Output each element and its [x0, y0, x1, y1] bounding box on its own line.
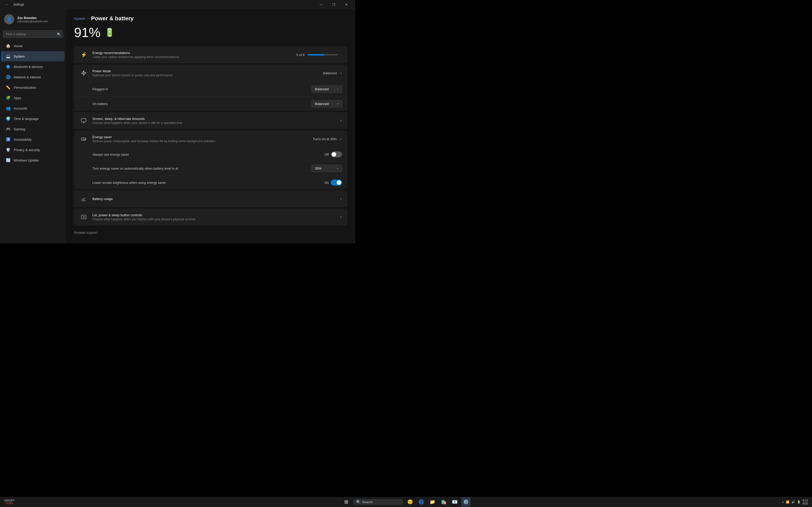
app-container: 👤 Zac Bowden zacinsider@outlook.com 🔍 🏠H… — [0, 9, 355, 243]
sleep-header[interactable]: Screen, sleep, & hibernate timeouts Choo… — [74, 112, 347, 129]
title-bar: ← Settings — ❐ ✕ — [0, 0, 355, 9]
title-bar-controls: — ❐ ✕ — [315, 0, 352, 9]
lid-power-header[interactable]: Lid, power & sleep button controls Choos… — [74, 208, 347, 226]
nav-icon-bluetooth: 🔷 — [6, 64, 11, 69]
nav-label-gaming: Gaming — [14, 127, 26, 131]
energy-saver-title: Energy saver — [92, 135, 215, 139]
user-name: Zac Bowden — [17, 16, 48, 20]
nav-icon-time: 🌍 — [6, 116, 11, 121]
auto-turn-on-dropdown[interactable]: 30% ∨ — [312, 165, 342, 172]
nav-label-home: Home — [14, 44, 22, 48]
on-battery-value: Balanced — [315, 102, 328, 106]
battery-display: 91% 🔋 — [74, 25, 347, 40]
card-header-right: 5 of 9 › — [296, 53, 342, 57]
nav-icon-accounts: 👥 — [6, 106, 11, 111]
card-header-left: Power Mode Optimize your device based on… — [79, 68, 173, 77]
card-header-left: Energy saver Reduce power consumption an… — [79, 134, 215, 144]
energy-recommendations-icon: ⚡ — [79, 50, 88, 59]
maximize-button[interactable]: ❐ — [328, 0, 340, 9]
toggle-thumb — [337, 180, 341, 185]
always-use-energy-saver-row: Always use energy saver Off — [74, 148, 347, 161]
sidebar-item-accounts[interactable]: 👥Accounts — [2, 103, 64, 113]
energy-rec-subtitle: Lower your carbon footprint by applying … — [92, 55, 179, 59]
energy-rec-progress-label: 5 of 9 — [296, 53, 305, 57]
sleep-icon — [79, 116, 88, 125]
svg-rect-0 — [82, 119, 86, 122]
sidebar-item-privacy[interactable]: 🛡️Privacy & security — [2, 145, 64, 155]
svg-rect-1 — [82, 138, 86, 140]
plugged-in-dropdown[interactable]: Balanced ∨ — [312, 86, 342, 93]
main-content: System > Power & battery 91% 🔋 ⚡ Energy … — [66, 9, 355, 243]
energy-recommendations-header[interactable]: ⚡ Energy recommendations Lower your carb… — [74, 46, 347, 63]
energy-saver-chevron: ∧ — [340, 137, 342, 141]
on-battery-row: On battery Balanced ∨ — [74, 96, 347, 111]
energy-saver-icon — [79, 134, 88, 144]
battery-usage-title: Battery usage — [92, 197, 113, 201]
card-header-right: ∨ — [340, 197, 342, 201]
nav-label-personalization: Personalization — [14, 86, 36, 90]
sidebar-item-system[interactable]: 💻System — [2, 51, 64, 61]
plugged-in-value: Balanced — [315, 87, 328, 91]
progress-bar-container — [308, 54, 338, 56]
nav-icon-network: 🌐 — [6, 74, 11, 79]
nav-label-apps: Apps — [14, 96, 21, 100]
on-battery-label: On battery — [92, 102, 108, 106]
dropdown-arrow-icon: ∨ — [337, 88, 339, 91]
breadcrumb-parent[interactable]: System — [74, 17, 85, 20]
sidebar-item-network[interactable]: 🌐Network & internet — [2, 72, 64, 82]
sidebar-item-accessibility[interactable]: ♿Accessibility — [2, 134, 64, 145]
energy-saver-card: Energy saver Reduce power consumption an… — [74, 130, 347, 189]
sleep-subtitle: Choose what happens when your device is … — [92, 121, 182, 125]
user-profile[interactable]: 👤 Zac Bowden zacinsider@outlook.com — [0, 11, 66, 29]
sidebar-item-apps[interactable]: 🧩Apps — [2, 93, 64, 103]
auto-turn-on-row: Turn energy saver on automatically when … — [74, 161, 347, 176]
minimize-button[interactable]: — — [315, 0, 327, 9]
sidebar-item-gaming[interactable]: 🎮Gaming — [2, 124, 64, 134]
lid-power-title: Lid, power & sleep button controls — [92, 213, 196, 217]
card-header-text: Lid, power & sleep button controls Choos… — [92, 213, 196, 221]
nav-label-accessibility: Accessibility — [14, 138, 32, 142]
close-button[interactable]: ✕ — [341, 0, 352, 9]
battery-usage-header[interactable]: Battery usage ∨ — [74, 190, 347, 207]
nav-icon-system: 💻 — [6, 54, 11, 59]
toggle-thumb — [332, 152, 336, 157]
always-use-toggle-label: Off — [324, 153, 329, 156]
lid-power-card: Lid, power & sleep button controls Choos… — [74, 208, 347, 226]
lower-brightness-label: Lower screen brightness when using energ… — [92, 181, 166, 184]
dropdown-arrow-icon: ∨ — [337, 102, 339, 105]
nav-list: 🏠Home💻System🔷Bluetooth & devices🌐Network… — [0, 41, 66, 165]
sidebar-item-time[interactable]: 🌍Time & language — [2, 114, 64, 124]
nav-icon-home: 🏠 — [6, 43, 11, 48]
always-use-toggle[interactable] — [331, 151, 342, 157]
title-bar-left: ← Settings — [3, 1, 24, 8]
battery-usage-card: Battery usage ∨ — [74, 190, 347, 207]
card-header-left: Lid, power & sleep button controls Choos… — [79, 213, 196, 222]
lower-brightness-toggle[interactable] — [331, 179, 342, 185]
sidebar-item-home[interactable]: 🏠Home — [2, 41, 64, 51]
always-use-label: Always use energy saver — [92, 153, 129, 156]
progress-fill — [308, 54, 324, 56]
energy-rec-title: Energy recommendations — [92, 51, 179, 55]
card-header-left: Screen, sleep, & hibernate timeouts Choo… — [79, 116, 182, 125]
power-mode-header[interactable]: Power Mode Optimize your device based on… — [74, 64, 347, 81]
sidebar-item-update[interactable]: 🔄Windows Update — [2, 155, 64, 165]
on-battery-dropdown[interactable]: Balanced ∨ — [312, 100, 342, 108]
window-title: Settings — [13, 3, 24, 6]
energy-saver-body: Always use energy saver Off Turn energy … — [74, 148, 347, 189]
sidebar-item-bluetooth[interactable]: 🔷Bluetooth & devices — [2, 62, 64, 72]
related-support-label: Related support — [74, 227, 347, 235]
sidebar-item-personalization[interactable]: ✏️Personalization — [2, 82, 64, 93]
sleep-title: Screen, sleep, & hibernate timeouts — [92, 117, 182, 121]
power-mode-card: Power Mode Optimize your device based on… — [74, 64, 347, 111]
search-input[interactable] — [3, 31, 63, 38]
energy-saver-header[interactable]: Energy saver Reduce power consumption an… — [74, 130, 347, 148]
plugged-in-row: Plugged in Balanced ∨ — [74, 81, 347, 96]
battery-percent: 91% — [74, 25, 100, 40]
always-use-toggle-container: Off — [324, 151, 342, 157]
energy-saver-status: Turns on at 30% — [313, 137, 337, 141]
progress-bar — [308, 54, 338, 56]
back-button[interactable]: ← — [3, 1, 11, 8]
card-header-right: Turns on at 30% ∧ — [313, 137, 342, 141]
card-header-text: Energy recommendations Lower your carbon… — [92, 51, 179, 59]
nav-label-network: Network & internet — [14, 75, 41, 79]
